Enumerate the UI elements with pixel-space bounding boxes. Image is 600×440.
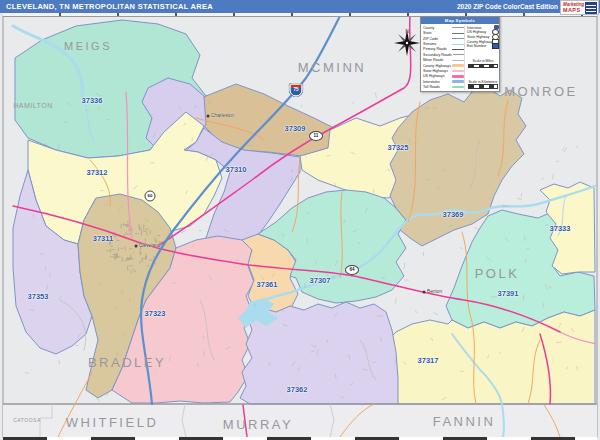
logo-line2: MAPS [563, 8, 585, 13]
legend-item-toll-roads: Toll Roads [423, 85, 464, 90]
georgia-strip [3, 404, 597, 437]
legend-item-label: Toll Roads [423, 85, 451, 89]
legend-item-swatch [452, 75, 464, 78]
legend-item-label: Interstates [423, 80, 451, 84]
legend-item-state: State [423, 31, 464, 36]
scale-miles-label: Scale in Miles [467, 59, 499, 63]
zip-region-37317 [380, 310, 595, 404]
edition-label: 2020 ZIP Code ColorCast Edition [457, 3, 558, 10]
map-page: CLEVELAND, TN METROPOLITAN STATISTICAL A… [0, 0, 600, 440]
legend-item-swatch [452, 33, 464, 34]
publisher-logo-text: Marketing MAPS [561, 3, 585, 12]
scale-miles: Scale in Miles [467, 59, 499, 69]
legend-item-swatch [452, 60, 464, 61]
compass-rose-icon: N [394, 28, 420, 56]
scale-km-bar [468, 84, 498, 88]
logo-badge-icon [585, 2, 597, 14]
legend-item-label: Streams [423, 42, 451, 46]
legend-item-swatch [453, 54, 465, 55]
scale-kilometers: Scale in Kilometers [467, 80, 499, 90]
top-neatline-ruler [3, 13, 597, 17]
legend-item-minor-roads: Minor Roads [423, 58, 464, 63]
publisher-logo: Marketing MAPS [560, 0, 599, 15]
legend-item-label: US Highways [423, 74, 451, 78]
map-canvas [0, 0, 600, 440]
legend-item-interstates: Interstates [423, 79, 464, 84]
legend-item-swatch [452, 80, 464, 83]
legend-marker-exit: Exit Number [467, 44, 499, 49]
legend-body: CountyStateZIP CodeStreamsPrimary RoadsS… [421, 24, 499, 91]
legend-item-label: State Highways [423, 69, 451, 73]
title-bar: CLEVELAND, TN METROPOLITAN STATISTICAL A… [0, 0, 600, 13]
legend-item-zip-code: ZIP Code [423, 36, 464, 41]
legend-item-us-highways: US Highways [423, 74, 464, 79]
legend-marker-label: US Highway [467, 30, 492, 34]
scale-miles-bar [468, 64, 498, 68]
legend-item-county: County [423, 26, 464, 31]
legend-item-swatch [452, 49, 464, 50]
legend-item-label: Secondary Roads [423, 53, 452, 57]
legend: Map Symbols CountyStateZIP CodeStreamsPr… [420, 16, 500, 92]
map-title: CLEVELAND, TN METROPOLITAN STATISTICAL A… [0, 2, 213, 11]
legend-item-label: Primary Roads [423, 47, 451, 51]
legend-marker-column: InterstateUS HighwayState HighwayCounty … [464, 26, 499, 90]
scale-km-label: Scale in Kilometers [467, 80, 499, 84]
legend-item-label: Minor Roads [423, 58, 451, 62]
legend-item-label: County [423, 26, 451, 30]
legend-item-label: ZIP Code [423, 37, 451, 41]
legend-item-label: State [423, 31, 451, 35]
legend-item-swatch [452, 70, 464, 73]
legend-item-swatch [452, 38, 464, 39]
legend-marker-label: Interstate [467, 26, 494, 30]
legend-item-swatch [452, 86, 464, 89]
exit-icon [492, 43, 499, 49]
legend-marker-label: County Highway [467, 40, 492, 44]
legend-item-swatch [452, 64, 464, 67]
legend-item-state-highways: State Highways [423, 69, 464, 74]
legend-boundary-column: CountyStateZIP CodeStreamsPrimary RoadsS… [423, 26, 464, 90]
legend-item-county-highways: County Highways [423, 63, 464, 68]
legend-item-swatch [452, 44, 464, 45]
legend-item-streams: Streams [423, 42, 464, 47]
legend-item-secondary-roads: Secondary Roads [423, 52, 464, 57]
legend-item-primary-roads: Primary Roads [423, 47, 464, 52]
legend-marker-label: State Highway [467, 35, 492, 39]
legend-title: Map Symbols [421, 17, 499, 24]
legend-item-label: County Highways [423, 64, 451, 68]
legend-item-swatch [452, 27, 464, 28]
legend-marker-label: Exit Number [467, 44, 492, 48]
